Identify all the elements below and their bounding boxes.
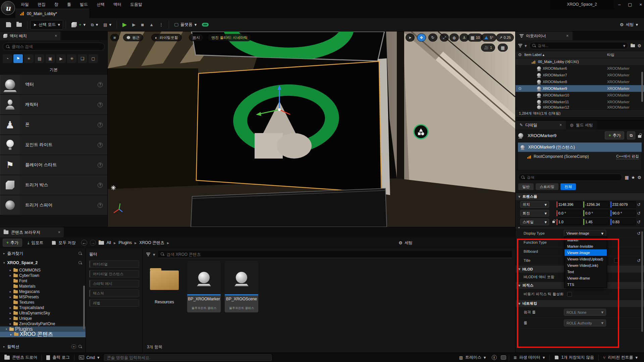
dropdown-option[interactable]: Marker-Invisible xyxy=(565,243,607,249)
place-actor-item[interactable]: 캐릭터? xyxy=(0,95,107,114)
place-actor-item[interactable]: ♟ 폰? xyxy=(0,115,107,134)
tree-item[interactable]: ▸CyberTown xyxy=(9,273,86,278)
scale-snap-control[interactable]: ↗ 0.25 xyxy=(496,34,514,42)
viewport[interactable]: ≡ 원근 ◐라이팅포함 표시 엔진 퀄리티: 시네마틱 ➤ ✥ ↻ ⤢ ◍ ⚓ … xyxy=(108,32,515,227)
revert-icon[interactable]: ↺ xyxy=(637,258,641,263)
view-mode-dropdown[interactable]: ◐라이팅포함 xyxy=(151,34,182,41)
scale-dropdown[interactable]: 스케일▾ xyxy=(520,219,549,225)
marker-billboard-icon[interactable] xyxy=(414,125,428,139)
scale-lock-icon[interactable] xyxy=(552,221,554,223)
filter-pill-material[interactable]: 머티리얼 xyxy=(89,260,139,268)
content-drawer-button[interactable]: 콘텐츠 드로어 xyxy=(0,353,42,362)
collections-row[interactable]: ▸ 컬렉션 + xyxy=(0,342,86,351)
rotation-dropdown[interactable]: 회전▾ xyxy=(520,210,549,217)
outliner-row[interactable]: XROOMarker6XROOMarker xyxy=(516,65,644,72)
maximize-viewport-button[interactable]: ▦ xyxy=(498,44,508,52)
selected-screen[interactable] xyxy=(196,61,381,193)
project-root-row[interactable]: ▾ XROO_Space_2 xyxy=(0,258,86,267)
menu-window[interactable]: 창 xyxy=(54,2,58,7)
cmd-dropdown[interactable]: >_Cmd▾ xyxy=(74,353,104,362)
cinematics-dropdown[interactable]: ▤▾ xyxy=(101,20,114,29)
rotation-x-field[interactable]: 0.0 ° xyxy=(556,210,582,217)
outliner-tab[interactable]: 아웃라이너 × xyxy=(516,32,573,40)
display-type-dropdown[interactable]: Viewer-Image▾ xyxy=(564,230,606,237)
category-cinematic-icon[interactable]: ▤ xyxy=(35,54,44,63)
details-scrollbar[interactable] xyxy=(641,231,643,332)
dropdown-option-selected[interactable]: Viewer-Image xyxy=(565,249,607,256)
play-options-kebab[interactable]: ⋮ xyxy=(156,20,166,29)
menu-help[interactable]: 도움말 xyxy=(130,2,142,7)
filter-pill-texture[interactable]: 텍스처 xyxy=(89,290,139,297)
item-label-column[interactable]: Item Label ▴ xyxy=(524,53,607,57)
move-tool-button[interactable]: ✥ xyxy=(417,34,426,42)
place-actor-item[interactable]: 트리거 스피어? xyxy=(0,195,107,215)
snapshot-button[interactable] xyxy=(498,353,509,362)
insights-button[interactable]: ‖ xyxy=(490,353,498,362)
class-search-input[interactable] xyxy=(12,44,101,49)
doc-link-icon[interactable]: ? xyxy=(98,183,103,188)
dropdown-option[interactable]: Viewer-Video(Link) xyxy=(565,262,607,268)
networking-section-header[interactable]: ▾네트워킹 xyxy=(516,300,644,307)
world-coord-toggle[interactable]: ◍ xyxy=(449,34,459,42)
search-icon[interactable] xyxy=(78,261,82,265)
dropdown-option[interactable]: Marker xyxy=(565,237,607,243)
level-tab[interactable]: 00_Main_Lobby* xyxy=(15,9,89,18)
breadcrumb-plugins[interactable]: Plugins xyxy=(119,240,132,245)
menu-tools[interactable]: 툴 xyxy=(67,2,71,7)
save-all-button[interactable]: 모두 저장 xyxy=(49,238,78,247)
outliner-row[interactable]: XROOMarker11XROOMarker xyxy=(516,99,644,105)
tree-scrollbar[interactable] xyxy=(83,286,85,329)
world-settings-tab[interactable]: ◍월드 세팅 xyxy=(566,121,597,129)
close-button[interactable]: × xyxy=(639,2,642,7)
filter-pill-static-mesh[interactable]: 스태틱 메시 xyxy=(89,280,139,287)
title-checkbox[interactable] xyxy=(614,258,619,263)
tree-item-xroo-selected[interactable]: ▸XROO 콘텐츠 xyxy=(0,332,86,337)
place-actors-tab[interactable]: 액터 배치 × xyxy=(0,32,60,40)
transform-section-header[interactable]: ▾트랜스폼 xyxy=(516,193,644,200)
place-actor-item[interactable]: 포인트 라이트? xyxy=(0,135,107,155)
derived-data-dropdown[interactable]: ≣파생 데이터▾ xyxy=(509,353,549,362)
rotation-y-field[interactable]: 0.0 ° xyxy=(583,210,609,217)
category-basic-icon[interactable]: ⚑ xyxy=(13,54,23,63)
type-column[interactable]: 타입 xyxy=(607,52,644,57)
unsaved-status[interactable]: 1개 저장되지 않음 xyxy=(550,353,598,362)
details-tab[interactable]: ✎디테일 × xyxy=(516,121,566,129)
tree-item[interactable]: ▸TropicalIsland xyxy=(9,305,86,310)
place-actor-item[interactable]: 액터? xyxy=(0,75,107,94)
details-settings-icon[interactable]: ⚙ xyxy=(637,175,641,180)
category-shapes-icon[interactable]: ▣ xyxy=(46,54,55,63)
scale-tool-button[interactable]: ⤢ xyxy=(440,34,449,42)
engine-quality-badge[interactable]: 엔진 퀄리티: 시네마틱 xyxy=(208,34,251,41)
role-dropdown[interactable]: ROLE Authority▾ xyxy=(564,319,606,326)
import-button[interactable]: ⤓임포트 xyxy=(25,238,46,247)
favorites-star-icon[interactable]: ★ xyxy=(631,175,635,180)
browse-content-button[interactable] xyxy=(14,20,24,29)
back-icon[interactable]: ← xyxy=(81,240,87,246)
edit-cpp-link[interactable]: C++에서 편집 xyxy=(616,154,639,159)
filter-pill-level[interactable]: 레벨 xyxy=(89,299,139,307)
outliner-settings-icon[interactable]: ⚙ xyxy=(637,44,641,48)
search-icon[interactable] xyxy=(78,345,82,349)
category-lights-icon[interactable]: ☀ xyxy=(24,54,34,63)
close-icon[interactable]: × xyxy=(58,230,60,235)
asset-folder-resources[interactable]: Resources xyxy=(148,263,181,304)
select-tool-button[interactable]: ➤ xyxy=(406,34,415,42)
tree-item[interactable]: ▸Unique xyxy=(9,316,86,321)
world-row[interactable]: 00_Main_Lobby (에디터) xyxy=(516,58,644,65)
menu-select[interactable]: 선택 xyxy=(97,2,105,7)
asset-filter-icon[interactable] xyxy=(146,253,150,256)
outliner-row[interactable]: XROOMarker12XROOMarker xyxy=(516,105,644,109)
remote-role-dropdown[interactable]: ROLE None▾ xyxy=(564,309,606,316)
place-actor-item[interactable]: ⚑ 플레이어 스타트? xyxy=(0,155,107,175)
asset-search-box[interactable] xyxy=(158,251,512,258)
perspective-dropdown[interactable]: 원근 xyxy=(123,34,143,41)
edit-blueprint-button[interactable]: ⧉ xyxy=(627,131,635,139)
asset-search-input[interactable] xyxy=(167,252,509,257)
category-volumes-icon[interactable]: ❏ xyxy=(78,54,87,63)
revision-control-dropdown[interactable]: ⑂리비전 컨트롤▾ xyxy=(599,353,642,362)
scale-x-field[interactable]: 1.0 xyxy=(556,219,582,225)
dropdown-option[interactable]: Viewer-iframe xyxy=(565,275,607,281)
select-mode-dropdown[interactable]: ➤선택 모드▾ xyxy=(30,20,63,29)
tree-item[interactable]: ▸MSPresets xyxy=(9,294,86,300)
breadcrumb-xroo[interactable]: XROO 콘텐츠 xyxy=(139,240,164,246)
